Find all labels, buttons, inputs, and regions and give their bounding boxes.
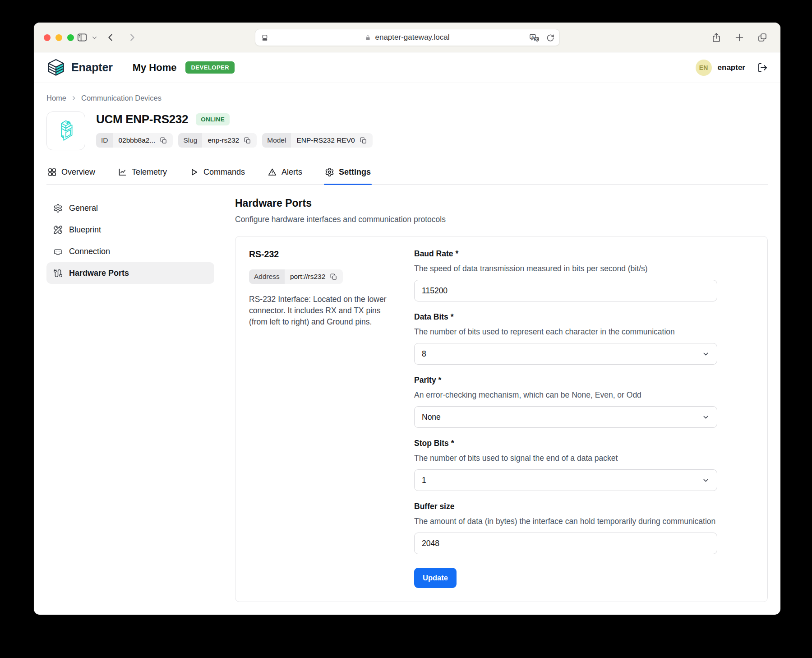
gear-icon bbox=[325, 167, 334, 177]
tab-settings[interactable]: Settings bbox=[324, 162, 372, 184]
developer-badge: DEVELOPER bbox=[185, 61, 235, 74]
sidebar-item-label: Hardware Ports bbox=[69, 269, 129, 278]
baud-rate-input[interactable] bbox=[414, 280, 717, 301]
url-text[interactable]: enapter-gateway.local bbox=[375, 33, 449, 42]
chip-label: Model bbox=[262, 133, 291, 148]
field-label: Data Bits * bbox=[414, 312, 754, 322]
device-title: UCM ENP-RS232 bbox=[96, 112, 188, 126]
reload-icon[interactable] bbox=[546, 33, 555, 42]
minimize-window-button[interactable] bbox=[55, 34, 62, 41]
stop-bits-select[interactable]: 1 bbox=[414, 469, 717, 491]
chevron-down-icon bbox=[702, 477, 710, 484]
field-description: The number of bits used to signal the en… bbox=[414, 454, 754, 463]
chevron-down-icon bbox=[702, 350, 710, 358]
select-value: 1 bbox=[422, 476, 426, 485]
breadcrumb: Home Communication Devices bbox=[46, 94, 768, 102]
tab-alerts[interactable]: Alerts bbox=[267, 162, 303, 184]
field-description: The amount of data (in bytes) the interf… bbox=[414, 517, 754, 526]
avatar[interactable]: EN bbox=[696, 60, 712, 76]
sidebar-toggle-icon[interactable] bbox=[76, 32, 88, 43]
copy-icon[interactable] bbox=[360, 137, 367, 144]
close-window-button[interactable] bbox=[44, 34, 51, 41]
zoom-window-button[interactable] bbox=[67, 34, 74, 41]
chip-value: enp-rs232 bbox=[208, 136, 239, 144]
device-isometric-icon bbox=[51, 116, 80, 145]
back-button[interactable] bbox=[106, 32, 115, 42]
chip-label: ID bbox=[96, 133, 113, 148]
gear-icon bbox=[53, 204, 63, 213]
breadcrumb-home[interactable]: Home bbox=[46, 94, 66, 102]
settings-sidebar: General Blueprint Connection bbox=[46, 197, 214, 615]
section-description: RS-232 Interface: Located on the lower c… bbox=[249, 294, 392, 328]
rs232-card: RS-232 Address port://rs232 RS-232 Inter… bbox=[235, 236, 768, 602]
tab-label: Telemetry bbox=[132, 167, 167, 177]
device-thumbnail bbox=[46, 111, 85, 150]
enapter-logo-icon bbox=[46, 58, 65, 77]
sidebar-item-label: Blueprint bbox=[69, 225, 101, 235]
chevron-down-icon bbox=[702, 413, 710, 421]
browser-toolbar: enapter-gateway.local A 文 bbox=[34, 23, 780, 52]
sidebar-item-connection[interactable]: Connection bbox=[46, 241, 214, 262]
sidebar-item-general[interactable]: General bbox=[46, 197, 214, 219]
field-label: Buffer size bbox=[414, 502, 754, 511]
copy-icon[interactable] bbox=[244, 137, 251, 144]
brand-name: Enapter bbox=[71, 61, 113, 74]
tab-overview[interactable]: Overview bbox=[46, 162, 96, 184]
grid-icon bbox=[47, 167, 57, 177]
data-bits-field: Data Bits * The number of bits used to r… bbox=[414, 312, 754, 365]
update-button[interactable]: Update bbox=[414, 568, 457, 588]
new-tab-icon[interactable] bbox=[734, 32, 744, 42]
buffer-size-input[interactable] bbox=[414, 533, 717, 554]
stop-bits-field: Stop Bits * The number of bits used to s… bbox=[414, 439, 754, 491]
chip-label: Address bbox=[249, 269, 285, 284]
field-label: Parity * bbox=[414, 375, 754, 385]
chip-value: port://rs232 bbox=[290, 273, 325, 281]
tab-label: Overview bbox=[61, 167, 95, 177]
translate-icon[interactable]: A 文 bbox=[529, 33, 540, 43]
tab-overview-icon[interactable] bbox=[757, 32, 768, 43]
page-subtitle: Configure hardware interfaces and commun… bbox=[235, 215, 768, 224]
baud-rate-field: Baud Rate * The speed of data transmissi… bbox=[414, 249, 754, 301]
select-value: 8 bbox=[422, 349, 426, 359]
cable-icon bbox=[53, 269, 63, 278]
svg-text:文: 文 bbox=[534, 37, 538, 41]
device-tabs: Overview Telemetry Commands Alerts bbox=[46, 162, 768, 185]
field-description: An error-checking mechanism, which can b… bbox=[414, 390, 754, 400]
lock-icon bbox=[364, 34, 371, 41]
page-content: Home Communication Devices bbox=[34, 83, 780, 615]
data-bits-select[interactable]: 8 bbox=[414, 343, 717, 365]
copy-icon[interactable] bbox=[330, 273, 337, 281]
settings-panel: Hardware Ports Configure hardware interf… bbox=[235, 197, 768, 615]
sidebar-item-label: General bbox=[69, 204, 98, 213]
share-icon[interactable] bbox=[711, 32, 722, 43]
breadcrumb-section[interactable]: Communication Devices bbox=[81, 94, 161, 102]
status-badge: ONLINE bbox=[196, 113, 230, 125]
copy-icon[interactable] bbox=[160, 137, 167, 144]
field-description: The number of bits used to represent eac… bbox=[414, 327, 754, 337]
section-title: RS-232 bbox=[249, 249, 398, 259]
buffer-size-field: Buffer size The amount of data (in bytes… bbox=[414, 502, 754, 554]
play-icon bbox=[189, 167, 199, 177]
rs232-form: Baud Rate * The speed of data transmissi… bbox=[414, 249, 754, 588]
parity-select[interactable]: None bbox=[414, 406, 717, 428]
tab-telemetry[interactable]: Telemetry bbox=[117, 162, 168, 184]
device-model-chip: Model ENP-RS232 REV0 bbox=[262, 133, 372, 148]
enapter-logo[interactable]: Enapter bbox=[46, 58, 113, 77]
chevron-down-icon[interactable] bbox=[92, 35, 97, 41]
sidebar-item-hardware-ports[interactable]: Hardware Ports bbox=[46, 262, 214, 284]
tab-label: Commands bbox=[203, 167, 245, 177]
device-slug-chip: Slug enp-rs232 bbox=[178, 133, 257, 148]
breadcrumb-chevron-icon bbox=[71, 95, 77, 101]
sidebar-item-blueprint[interactable]: Blueprint bbox=[46, 219, 214, 241]
pencil-ruler-icon bbox=[53, 225, 63, 235]
field-description: The speed of data transmission measured … bbox=[414, 264, 754, 273]
chip-value: 02bbb8a2... bbox=[119, 136, 156, 144]
device-header: UCM ENP-RS232 ONLINE ID 02bbb8a2... bbox=[46, 111, 768, 150]
address-bar[interactable]: enapter-gateway.local A 文 bbox=[255, 29, 560, 46]
chip-label: Slug bbox=[178, 133, 202, 148]
tab-label: Alerts bbox=[281, 167, 302, 177]
forward-button[interactable] bbox=[127, 32, 137, 42]
logout-icon[interactable] bbox=[757, 62, 768, 73]
tab-commands[interactable]: Commands bbox=[189, 162, 246, 184]
field-label: Stop Bits * bbox=[414, 439, 754, 448]
